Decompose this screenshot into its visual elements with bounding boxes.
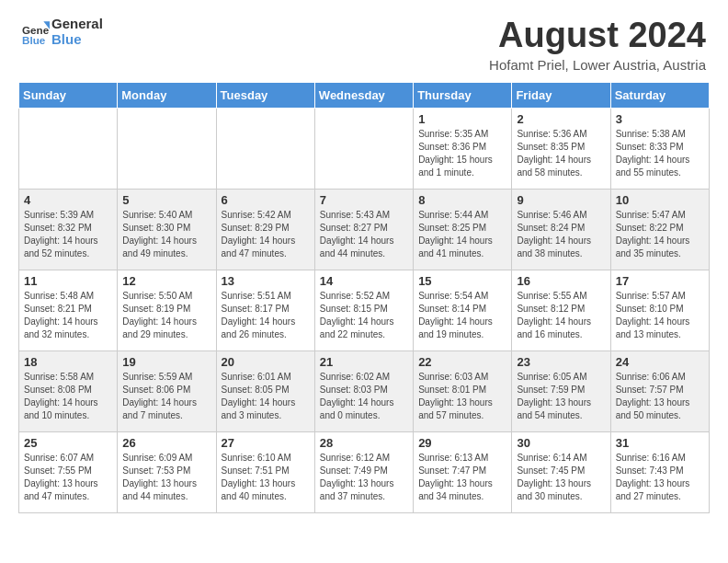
day-info: Sunrise: 5:40 AM Sunset: 8:30 PM Dayligh… <box>122 209 210 260</box>
day-number: 8 <box>418 193 506 207</box>
logo: General Blue General Blue <box>22 17 103 47</box>
day-number: 29 <box>418 436 506 450</box>
calendar-subtitle: Hofamt Priel, Lower Austria, Austria <box>489 57 706 73</box>
day-info: Sunrise: 5:39 AM Sunset: 8:32 PM Dayligh… <box>24 209 112 260</box>
day-info: Sunrise: 5:35 AM Sunset: 8:36 PM Dayligh… <box>418 128 506 179</box>
day-number: 12 <box>122 274 210 288</box>
day-number: 2 <box>517 112 605 126</box>
title-block: August 2024 Hofamt Priel, Lower Austria,… <box>489 17 706 73</box>
page-header: General Blue General Blue August 2024 Ho… <box>0 0 728 82</box>
day-info: Sunrise: 5:43 AM Sunset: 8:27 PM Dayligh… <box>320 209 408 260</box>
table-cell: 1Sunrise: 5:35 AM Sunset: 8:36 PM Daylig… <box>414 108 512 189</box>
col-tuesday: Tuesday <box>216 82 314 108</box>
table-cell <box>216 108 314 189</box>
table-cell: 8Sunrise: 5:44 AM Sunset: 8:25 PM Daylig… <box>414 189 512 270</box>
day-number: 11 <box>24 274 112 288</box>
table-cell: 4Sunrise: 5:39 AM Sunset: 8:32 PM Daylig… <box>19 189 118 270</box>
calendar-table: Sunday Monday Tuesday Wednesday Thursday… <box>18 82 710 513</box>
day-number: 31 <box>616 436 704 450</box>
day-number: 26 <box>122 436 210 450</box>
day-number: 13 <box>222 274 310 288</box>
day-info: Sunrise: 5:55 AM Sunset: 8:12 PM Dayligh… <box>517 290 605 341</box>
table-cell: 23Sunrise: 6:05 AM Sunset: 7:59 PM Dayli… <box>512 350 610 431</box>
svg-text:Blue: Blue <box>22 34 46 46</box>
day-info: Sunrise: 5:59 AM Sunset: 8:06 PM Dayligh… <box>122 371 210 422</box>
day-info: Sunrise: 5:44 AM Sunset: 8:25 PM Dayligh… <box>418 209 506 260</box>
day-number: 9 <box>517 193 605 207</box>
table-cell: 11Sunrise: 5:48 AM Sunset: 8:21 PM Dayli… <box>19 270 118 350</box>
day-info: Sunrise: 6:03 AM Sunset: 8:01 PM Dayligh… <box>418 371 506 422</box>
day-info: Sunrise: 5:38 AM Sunset: 8:33 PM Dayligh… <box>616 128 704 179</box>
day-info: Sunrise: 6:02 AM Sunset: 8:03 PM Dayligh… <box>320 371 408 422</box>
table-cell: 25Sunrise: 6:07 AM Sunset: 7:55 PM Dayli… <box>19 431 118 512</box>
day-info: Sunrise: 6:12 AM Sunset: 7:49 PM Dayligh… <box>320 452 408 503</box>
calendar-header: Sunday Monday Tuesday Wednesday Thursday… <box>19 82 710 108</box>
table-cell: 19Sunrise: 5:59 AM Sunset: 8:06 PM Dayli… <box>118 350 216 431</box>
day-number: 20 <box>222 355 310 369</box>
col-sunday: Sunday <box>19 82 118 108</box>
day-info: Sunrise: 5:47 AM Sunset: 8:22 PM Dayligh… <box>616 209 704 260</box>
logo-text-general: General <box>51 17 103 32</box>
day-info: Sunrise: 5:50 AM Sunset: 8:19 PM Dayligh… <box>122 290 210 341</box>
table-cell <box>314 108 413 189</box>
table-cell: 10Sunrise: 5:47 AM Sunset: 8:22 PM Dayli… <box>610 189 709 270</box>
day-number: 6 <box>222 193 310 207</box>
table-cell: 15Sunrise: 5:54 AM Sunset: 8:14 PM Dayli… <box>414 270 512 350</box>
col-monday: Monday <box>118 82 216 108</box>
table-cell: 13Sunrise: 5:51 AM Sunset: 8:17 PM Dayli… <box>216 270 314 350</box>
day-info: Sunrise: 6:05 AM Sunset: 7:59 PM Dayligh… <box>517 371 605 422</box>
day-info: Sunrise: 5:52 AM Sunset: 8:15 PM Dayligh… <box>320 290 408 341</box>
day-info: Sunrise: 5:48 AM Sunset: 8:21 PM Dayligh… <box>24 290 112 341</box>
day-info: Sunrise: 6:09 AM Sunset: 7:53 PM Dayligh… <box>122 452 210 503</box>
day-number: 27 <box>222 436 310 450</box>
table-cell <box>118 108 216 189</box>
table-cell: 30Sunrise: 6:14 AM Sunset: 7:45 PM Dayli… <box>512 431 610 512</box>
day-number: 15 <box>418 274 506 288</box>
table-cell: 22Sunrise: 6:03 AM Sunset: 8:01 PM Dayli… <box>414 350 512 431</box>
table-cell: 3Sunrise: 5:38 AM Sunset: 8:33 PM Daylig… <box>610 108 709 189</box>
day-number: 25 <box>24 436 112 450</box>
day-number: 19 <box>122 355 210 369</box>
day-info: Sunrise: 5:54 AM Sunset: 8:14 PM Dayligh… <box>418 290 506 341</box>
table-cell: 20Sunrise: 6:01 AM Sunset: 8:05 PM Dayli… <box>216 350 314 431</box>
day-info: Sunrise: 5:42 AM Sunset: 8:29 PM Dayligh… <box>222 209 310 260</box>
table-cell: 29Sunrise: 6:13 AM Sunset: 7:47 PM Dayli… <box>414 431 512 512</box>
day-info: Sunrise: 6:13 AM Sunset: 7:47 PM Dayligh… <box>418 452 506 503</box>
day-number: 23 <box>517 355 605 369</box>
table-cell: 24Sunrise: 6:06 AM Sunset: 7:57 PM Dayli… <box>610 350 709 431</box>
table-cell: 16Sunrise: 5:55 AM Sunset: 8:12 PM Dayli… <box>512 270 610 350</box>
day-info: Sunrise: 6:10 AM Sunset: 7:51 PM Dayligh… <box>222 452 310 503</box>
day-info: Sunrise: 5:58 AM Sunset: 8:08 PM Dayligh… <box>24 371 112 422</box>
day-number: 24 <box>616 355 704 369</box>
col-thursday: Thursday <box>414 82 512 108</box>
table-cell: 7Sunrise: 5:43 AM Sunset: 8:27 PM Daylig… <box>314 189 413 270</box>
table-cell: 18Sunrise: 5:58 AM Sunset: 8:08 PM Dayli… <box>19 350 118 431</box>
table-cell <box>19 108 118 189</box>
day-number: 4 <box>24 193 112 207</box>
table-cell: 31Sunrise: 6:16 AM Sunset: 7:43 PM Dayli… <box>610 431 709 512</box>
day-number: 28 <box>320 436 408 450</box>
day-number: 1 <box>418 112 506 126</box>
table-cell: 17Sunrise: 5:57 AM Sunset: 8:10 PM Dayli… <box>610 270 709 350</box>
day-info: Sunrise: 6:06 AM Sunset: 7:57 PM Dayligh… <box>616 371 704 422</box>
table-cell: 12Sunrise: 5:50 AM Sunset: 8:19 PM Dayli… <box>118 270 216 350</box>
table-cell: 28Sunrise: 6:12 AM Sunset: 7:49 PM Dayli… <box>314 431 413 512</box>
table-cell: 9Sunrise: 5:46 AM Sunset: 8:24 PM Daylig… <box>512 189 610 270</box>
day-number: 17 <box>616 274 704 288</box>
day-info: Sunrise: 6:16 AM Sunset: 7:43 PM Dayligh… <box>616 452 704 503</box>
table-cell: 2Sunrise: 5:36 AM Sunset: 8:35 PM Daylig… <box>512 108 610 189</box>
table-cell: 26Sunrise: 6:09 AM Sunset: 7:53 PM Dayli… <box>118 431 216 512</box>
table-cell: 21Sunrise: 6:02 AM Sunset: 8:03 PM Dayli… <box>314 350 413 431</box>
day-info: Sunrise: 5:57 AM Sunset: 8:10 PM Dayligh… <box>616 290 704 341</box>
col-saturday: Saturday <box>610 82 709 108</box>
day-info: Sunrise: 6:01 AM Sunset: 8:05 PM Dayligh… <box>222 371 310 422</box>
calendar-body: 1Sunrise: 5:35 AM Sunset: 8:36 PM Daylig… <box>19 108 710 512</box>
day-number: 18 <box>24 355 112 369</box>
table-cell: 6Sunrise: 5:42 AM Sunset: 8:29 PM Daylig… <box>216 189 314 270</box>
day-info: Sunrise: 5:51 AM Sunset: 8:17 PM Dayligh… <box>222 290 310 341</box>
day-number: 5 <box>122 193 210 207</box>
day-number: 22 <box>418 355 506 369</box>
col-friday: Friday <box>512 82 610 108</box>
table-cell: 27Sunrise: 6:10 AM Sunset: 7:51 PM Dayli… <box>216 431 314 512</box>
calendar-title: August 2024 <box>489 17 706 55</box>
